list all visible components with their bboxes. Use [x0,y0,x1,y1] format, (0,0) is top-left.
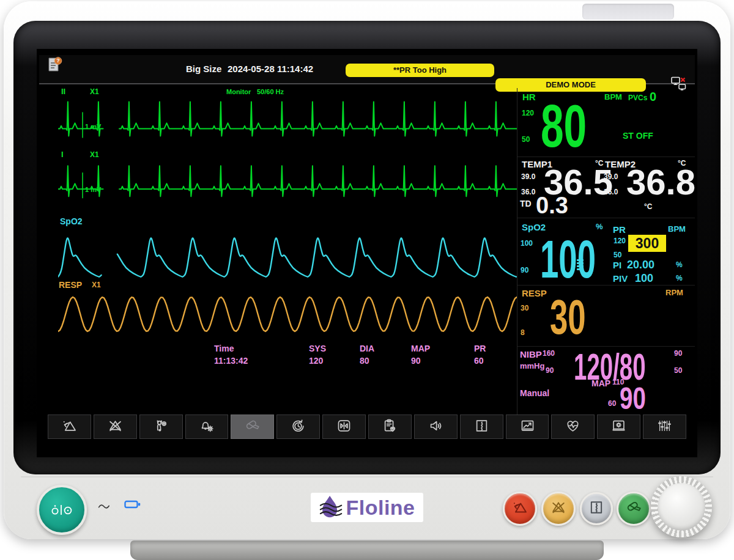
patient-admit-icon [153,418,169,437]
pr-label: PR [613,224,626,235]
resp-waveform [58,292,517,336]
alarm-reset-hard-button[interactable] [503,492,537,526]
brand-name: Floline [346,496,415,520]
nibp-list-dia-header: DIA [360,344,374,353]
hr-value: 80 [541,98,587,154]
nibp-list-map-value: 90 [411,356,421,366]
alarm-reset-button[interactable] [48,414,91,439]
trends-chart-icon [519,418,536,437]
resp-value: 30 [550,294,586,340]
power-button-icon [48,500,76,520]
handle-recess [582,4,674,20]
spo2-limit-low: 90 [521,266,528,274]
patient-admit-button[interactable] [139,414,183,439]
spo2-tile[interactable]: SpO2 % PR BPM 100 90 100 120 50 300 PI 2… [517,218,695,286]
screen-layout-label[interactable]: Big Size [186,64,221,74]
nibp-list-sys-value: 120 [309,356,323,366]
pvcs-value: 0 [650,90,656,104]
volume-icon [428,418,444,437]
alarm-off-button[interactable] [94,414,137,439]
temp1-high: 39.0 [521,172,535,181]
temp-tile[interactable]: TEMP1 °C TEMP2 °C 39.0 36.0 36.5 39.0 36… [517,157,695,218]
piv-label: PIV [613,273,628,284]
temp2-low: 36.0 [604,188,618,196]
nibp-start-button[interactable] [231,414,274,439]
spo2-waveform [58,229,517,281]
freeze-button[interactable] [322,414,366,439]
nibp-cuff-icon [244,418,261,437]
nibp-dia-high: 90 [674,349,682,358]
parameter-setup-button[interactable] [643,414,686,439]
ecg1-waveform [58,98,517,147]
ecg-filter-label: Monitor [226,88,251,95]
piv-value: 100 [635,272,653,285]
nibp-label: NIBP [520,349,542,359]
ecg1-lead-label[interactable]: II [61,87,65,96]
hr-limit-low: 50 [522,135,530,144]
pr-limit-high: 120 [614,237,626,245]
spo2-limit-high: 100 [521,239,533,248]
ecg2-lead-label[interactable]: I [61,150,64,159]
alarm-silence-hard-button[interactable] [541,492,576,526]
pi-unit: % [676,260,683,269]
alarm-setup-button[interactable] [185,414,229,439]
hr-tile[interactable]: HR BPM PVCs 0 120 50 80 ST OFF [517,88,695,157]
ac-power-icon [98,501,111,509]
record-hard-button[interactable] [580,492,613,525]
rotary-knob[interactable] [651,476,712,537]
brand-logo: Floline [311,493,423,522]
resp-wave-label[interactable]: RESP [59,280,82,290]
review-button[interactable] [276,414,320,439]
hr-label: HR [522,92,536,102]
record-button[interactable] [460,414,503,439]
nibp-list-time-header: Time [214,344,234,353]
td-label: TD [520,199,532,208]
ecg-heart-icon [565,418,581,437]
alarm-message-banner[interactable]: **PR Too High [346,64,494,77]
display-setup-button[interactable] [597,414,640,439]
parameter-sliders-icon [656,418,673,437]
report-button[interactable] [368,414,412,439]
nibp-tile[interactable]: NIBP 160 mmHg 90 120/80 90 50 MAP 110 Ma… [517,346,695,416]
spo2-wave-label[interactable]: SpO2 [60,216,83,226]
pr-unit: BPM [668,224,686,234]
alarm-reset-icon [511,499,528,518]
battery-icon [124,500,141,509]
pr-limit-low: 50 [614,251,621,259]
report-clipboard-icon [382,418,398,437]
nibp-list-pr-value: 60 [474,356,484,366]
temp2-high: 39.0 [604,172,618,181]
resp-tile[interactable]: RESP RPM 30 8 30 [517,285,695,347]
datetime-label: 2024-05-28 11:14:42 [228,64,313,74]
ecg-notch-label: 50/60 Hz [257,88,284,95]
pi-label: PI [613,260,621,270]
nibp-list-pr-header: PR [474,344,486,353]
nibp-list-time-value: 11:13:42 [214,356,248,366]
st-status: ST OFF [623,131,653,141]
ecg2-waveform [58,160,517,206]
alarm-setup-icon [199,418,215,437]
map-label: MAP [591,378,610,388]
ecg1-gain-label: X1 [90,87,99,96]
resp-limit-low: 8 [521,328,525,337]
hr-unit: BPM [604,92,622,101]
pvcs-label: PVCs [628,94,647,102]
bottom-toolbar [48,414,686,439]
nibp-sys-high: 160 [543,349,555,358]
nibp-list-sys-header: SYS [309,344,326,353]
power-button[interactable] [37,485,87,535]
patient-info-icon[interactable]: ? [46,56,62,73]
volume-button[interactable] [414,414,458,439]
display-screen: ? Big Size 2024-05-28 11:14:42 **PR Too … [37,49,697,457]
trends-button[interactable] [506,414,549,439]
spo2-signal-bars-icon [577,259,584,271]
pi-value: 20.00 [627,259,654,271]
nibp-sys-low: 90 [546,366,554,375]
hr-limit-high: 120 [522,109,534,117]
temp2-value: 36.8 [626,166,695,199]
ecg-setup-button[interactable] [551,414,595,439]
bezel-seam [21,476,713,477]
nibp-start-hard-button[interactable] [617,492,651,526]
resp-unit: RPM [665,288,683,297]
alarm-off-icon [107,418,124,437]
